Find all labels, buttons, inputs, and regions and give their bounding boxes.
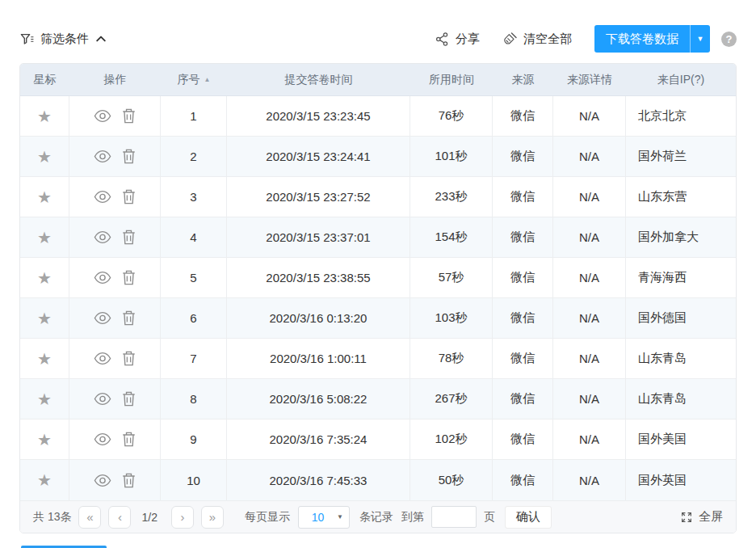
column-header[interactable]: 来自IP(?)	[626, 64, 736, 95]
source-detail-cell: N/A	[553, 298, 626, 338]
view-eye-icon[interactable]	[94, 230, 111, 244]
source-cell: 微信	[493, 339, 553, 378]
submit-time-cell: 2020/3/15 23:27:52	[227, 177, 410, 217]
source-cell: 微信	[493, 96, 553, 136]
table-row: ★ 10 2020/3/16 7:45:33 50秒 微信 N/A	[20, 460, 736, 500]
actions-cell	[69, 217, 161, 257]
download-dropdown-button[interactable]: ▼	[690, 25, 710, 53]
first-page-button[interactable]: «	[78, 506, 101, 529]
duration-cell: 267秒	[410, 379, 493, 419]
column-header[interactable]: 星标	[20, 64, 69, 95]
view-eye-icon[interactable]	[94, 432, 111, 446]
column-header-label: 星标	[34, 73, 57, 87]
star-cell: ★	[20, 298, 69, 338]
delete-trash-icon[interactable]	[122, 310, 136, 326]
filter-toggle[interactable]: 筛选条件	[19, 32, 107, 47]
star-icon[interactable]: ★	[37, 310, 52, 327]
submit-time-cell: 2020/3/16 7:45:33	[227, 460, 410, 500]
clear-all-button[interactable]: 清空全部	[502, 32, 572, 47]
delete-trash-icon[interactable]	[122, 351, 136, 366]
star-cell: ★	[20, 137, 69, 176]
column-header[interactable]: 来源详情	[553, 64, 626, 95]
ip-cell: 北京北京	[626, 96, 736, 136]
table-row: ★ 8 2020/3/16 5:08:22 267秒 微信 N/A	[20, 379, 736, 419]
column-header[interactable]: 来源	[493, 64, 553, 95]
broom-clear-icon	[502, 32, 518, 47]
delete-trash-icon[interactable]	[122, 149, 136, 164]
star-icon[interactable]: ★	[37, 432, 52, 448]
seq-cell: 10	[161, 460, 227, 500]
view-eye-icon[interactable]	[94, 109, 111, 123]
submit-time-cell: 2020/3/15 23:38:55	[227, 258, 410, 297]
delete-trash-icon[interactable]	[122, 391, 136, 407]
star-icon[interactable]: ★	[37, 189, 52, 205]
prev-page-button[interactable]: ‹	[108, 506, 131, 529]
star-icon[interactable]: ★	[37, 391, 52, 407]
delete-trash-icon[interactable]	[122, 270, 136, 285]
download-label: 下载答卷数据	[606, 32, 678, 47]
table-row: ★ 7 2020/3/16 1:00:11 78秒 微信 N/A	[20, 339, 736, 379]
delete-trash-icon[interactable]	[122, 189, 136, 204]
column-header[interactable]: 所用时间	[410, 64, 493, 95]
column-header[interactable]: 操作	[69, 64, 161, 95]
toolbar-actions: 分享 清空全部 下载答卷数据 ▼	[435, 25, 737, 53]
delete-trash-icon[interactable]	[122, 230, 136, 245]
table-row: ★ 3 2020/3/15 23:27:52 233秒 微信 N/A	[20, 177, 736, 217]
share-label: 分享	[456, 32, 480, 47]
submit-time-cell: 2020/3/16 1:00:11	[227, 339, 410, 378]
view-eye-icon[interactable]	[94, 190, 111, 204]
star-icon[interactable]: ★	[37, 351, 52, 367]
fullscreen-button[interactable]: 全屏	[680, 509, 723, 525]
duration-cell: 57秒	[410, 258, 493, 297]
first-page-icon: «	[86, 511, 93, 523]
confirm-button[interactable]: 确认	[505, 506, 552, 529]
star-icon[interactable]: ★	[37, 108, 52, 124]
records-label: 条记录	[359, 510, 393, 525]
column-header-label: 提交答卷时间	[285, 73, 353, 87]
fullscreen-label: 全屏	[699, 509, 723, 525]
source-detail-cell: N/A	[553, 379, 626, 419]
view-eye-icon[interactable]	[94, 311, 111, 325]
goto-page-input[interactable]	[431, 506, 477, 528]
ip-cell: 国外英国	[626, 460, 736, 500]
star-cell: ★	[20, 339, 69, 378]
table-row: ★ 6 2020/3/16 0:13:20 103秒 微信 N/A	[20, 298, 736, 339]
help-icon[interactable]: ?	[721, 32, 737, 47]
last-page-button[interactable]: »	[201, 506, 224, 529]
source-detail-cell: N/A	[553, 460, 626, 500]
per-page-select[interactable]: 10 ▼	[298, 506, 350, 529]
star-icon[interactable]: ★	[37, 230, 52, 246]
download-button[interactable]: 下载答卷数据	[594, 25, 690, 53]
duration-cell: 78秒	[410, 339, 493, 378]
star-icon[interactable]: ★	[37, 270, 52, 286]
share-button[interactable]: 分享	[435, 32, 480, 47]
view-eye-icon[interactable]	[94, 392, 111, 406]
table-row: ★ 9 2020/3/16 7:35:24 102秒 微信 N/A	[20, 419, 736, 460]
actions-cell	[69, 258, 161, 297]
star-icon[interactable]: ★	[37, 149, 52, 165]
next-page-icon: ›	[180, 511, 184, 523]
seq-cell: 4	[161, 217, 227, 257]
seq-cell: 7	[161, 339, 227, 378]
next-page-button[interactable]: ›	[171, 506, 194, 529]
column-header[interactable]: 序号▲	[161, 64, 227, 95]
view-eye-icon[interactable]	[94, 150, 111, 163]
view-eye-icon[interactable]	[94, 271, 111, 285]
delete-trash-icon[interactable]	[122, 473, 136, 488]
column-header[interactable]: 提交答卷时间	[227, 64, 410, 95]
submit-time-cell: 2020/3/16 0:13:20	[227, 298, 410, 338]
ip-cell: 青海海西	[626, 258, 736, 297]
star-cell: ★	[20, 460, 69, 500]
view-eye-icon[interactable]	[94, 474, 111, 487]
star-cell: ★	[20, 419, 69, 459]
actions-cell	[69, 460, 161, 500]
delete-trash-icon[interactable]	[122, 432, 136, 447]
delete-trash-icon[interactable]	[122, 108, 136, 124]
source-detail-cell: N/A	[553, 419, 626, 459]
source-detail-cell: N/A	[553, 217, 626, 257]
filter-icon	[19, 32, 35, 47]
share-icon	[435, 32, 450, 47]
view-eye-icon[interactable]	[94, 352, 111, 365]
star-icon[interactable]: ★	[37, 472, 52, 488]
star-cell: ★	[20, 96, 69, 136]
